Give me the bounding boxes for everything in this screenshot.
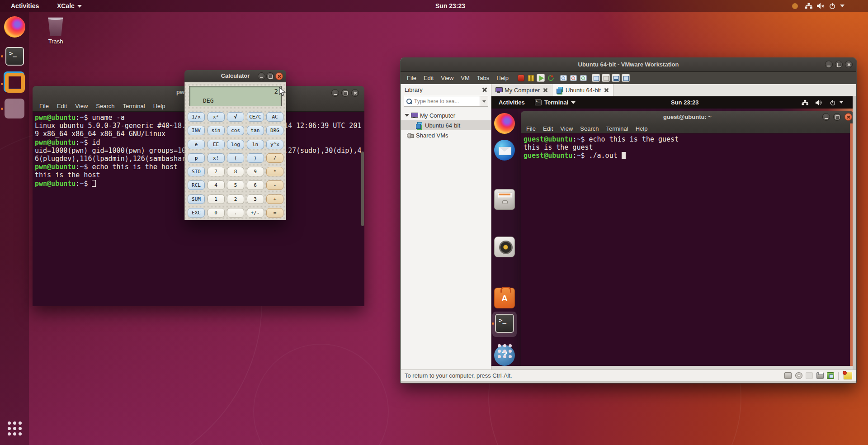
floppy-status-icon[interactable]: [806, 372, 813, 379]
key-4[interactable]: 4: [208, 180, 225, 190]
close-tab-icon[interactable]: [604, 88, 609, 92]
rhythmbox-icon[interactable]: [494, 237, 515, 257]
menu-edit[interactable]: Edit: [420, 75, 437, 81]
clock[interactable]: Sun 23:23: [435, 0, 465, 12]
key-sum[interactable]: SUM: [188, 194, 205, 204]
key-square[interactable]: x²: [208, 112, 225, 122]
key-inv[interactable]: INV: [188, 126, 205, 135]
menu-view[interactable]: View: [437, 75, 457, 81]
menu-view[interactable]: View: [557, 125, 576, 132]
menu-edit[interactable]: Edit: [539, 125, 557, 132]
tree-item-ubuntu-64-bit[interactable]: Ubuntu 64-bit: [401, 120, 491, 130]
power-icon[interactable]: [830, 99, 836, 106]
tab-ubuntu-64-bit[interactable]: Ubuntu 64-bit: [552, 84, 613, 96]
menu-help[interactable]: Help: [632, 125, 651, 132]
activities-button[interactable]: Activities: [11, 0, 39, 12]
minimize-button[interactable]: [258, 72, 265, 80]
menu-help[interactable]: Help: [493, 75, 512, 81]
console-view-toggle[interactable]: [602, 74, 610, 82]
key-factorial[interactable]: x!: [208, 153, 225, 163]
maximize-button[interactable]: [341, 89, 349, 97]
key-subtract[interactable]: -: [266, 180, 283, 190]
key-ln[interactable]: ln: [247, 140, 264, 149]
guest-activities-button[interactable]: Activities: [499, 96, 525, 109]
close-tab-icon[interactable]: [543, 88, 548, 92]
network-icon[interactable]: [802, 99, 809, 106]
key-drg[interactable]: DRG: [266, 126, 283, 135]
vmware-message-icon[interactable]: [844, 372, 852, 379]
key-open-paren[interactable]: (: [227, 153, 244, 163]
firefox-icon[interactable]: [494, 113, 515, 134]
tree-item-shared-vms[interactable]: Shared VMs: [401, 130, 491, 140]
close-button[interactable]: [351, 89, 359, 97]
menu-search[interactable]: Search: [92, 103, 118, 109]
key-cos[interactable]: cos: [227, 126, 244, 135]
key-6[interactable]: 6: [247, 180, 264, 190]
show-applications-icon[interactable]: [8, 421, 22, 436]
key-rcl[interactable]: RCL: [188, 180, 205, 190]
close-button[interactable]: [844, 113, 852, 121]
menu-search[interactable]: Search: [576, 125, 602, 132]
key-9[interactable]: 9: [247, 167, 264, 176]
fullscreen-toggle[interactable]: [622, 74, 630, 82]
key-0[interactable]: 0: [208, 208, 225, 218]
calculator-titlebar[interactable]: Calculator: [184, 70, 286, 82]
key-8[interactable]: 8: [227, 167, 244, 176]
key-log[interactable]: log: [227, 140, 244, 149]
take-snapshot-button[interactable]: [559, 74, 567, 82]
cdrom-status-icon[interactable]: [795, 372, 802, 379]
network-adapter-status-icon[interactable]: [827, 372, 834, 379]
volume-icon[interactable]: [815, 99, 822, 106]
close-button[interactable]: [845, 61, 853, 68]
ubuntu-software-icon[interactable]: [494, 288, 515, 308]
maximize-button[interactable]: [266, 72, 274, 80]
key-multiply[interactable]: *: [266, 167, 283, 176]
network-icon[interactable]: [805, 2, 813, 9]
menu-view[interactable]: View: [71, 103, 92, 109]
menu-tabs[interactable]: Tabs: [473, 75, 493, 81]
close-library-icon[interactable]: [482, 87, 487, 92]
key-add[interactable]: +: [266, 194, 283, 204]
guest-app-menu-terminal[interactable]: Terminal: [535, 96, 576, 109]
guest-terminal-header[interactable]: guest@ubuntu: ~ File Edit View Search Te…: [521, 111, 853, 133]
thunderbird-icon[interactable]: [494, 140, 515, 161]
key-clear-entry[interactable]: CE/C: [247, 112, 264, 122]
menu-file[interactable]: File: [35, 103, 53, 109]
guest-clock[interactable]: Sun 23:23: [671, 96, 698, 109]
firefox-icon[interactable]: [4, 16, 25, 38]
key-3[interactable]: 3: [247, 194, 264, 204]
key-e[interactable]: e: [188, 140, 205, 149]
menu-edit[interactable]: Edit: [53, 103, 71, 109]
key-sqrt[interactable]: √: [227, 112, 244, 122]
power-off-button[interactable]: [517, 74, 525, 82]
maximize-button[interactable]: [835, 61, 843, 68]
tab-my-computer[interactable]: My Computer: [491, 84, 552, 96]
tree-item-my-computer[interactable]: My Computer: [401, 110, 491, 120]
menu-file[interactable]: File: [403, 75, 420, 81]
snapshot-manager-button[interactable]: [579, 74, 587, 82]
terminal-icon[interactable]: [495, 314, 514, 333]
minimize-button[interactable]: [822, 113, 830, 121]
hard-disk-status-icon[interactable]: [784, 372, 792, 379]
maximize-button[interactable]: [833, 113, 841, 121]
app-menu-xcalc[interactable]: XCalc: [57, 0, 82, 12]
key-1[interactable]: 1: [208, 194, 225, 204]
terminal-icon[interactable]: [5, 47, 24, 66]
key-reciprocal[interactable]: 1/x: [188, 112, 205, 122]
show-applications-icon[interactable]: [498, 344, 512, 358]
library-search-input[interactable]: [414, 98, 480, 104]
tree-expander-icon[interactable]: [405, 114, 409, 117]
menu-help[interactable]: Help: [149, 103, 170, 109]
menu-file[interactable]: File: [523, 125, 539, 132]
key-sin[interactable]: sin: [208, 126, 225, 135]
power-icon[interactable]: [829, 2, 836, 9]
key-equals[interactable]: =: [266, 208, 283, 218]
show-library-toggle[interactable]: [592, 74, 600, 82]
guest-terminal-output[interactable]: guest@ubuntu:~$ echo this is the guest t…: [521, 133, 853, 367]
key-divide[interactable]: /: [266, 153, 283, 163]
close-button[interactable]: [275, 72, 283, 80]
key-plus-minus[interactable]: +/-: [247, 208, 264, 218]
scrollbar-thumb[interactable]: [850, 123, 853, 367]
minimize-button[interactable]: [331, 89, 339, 97]
menu-terminal[interactable]: Terminal: [119, 103, 149, 109]
